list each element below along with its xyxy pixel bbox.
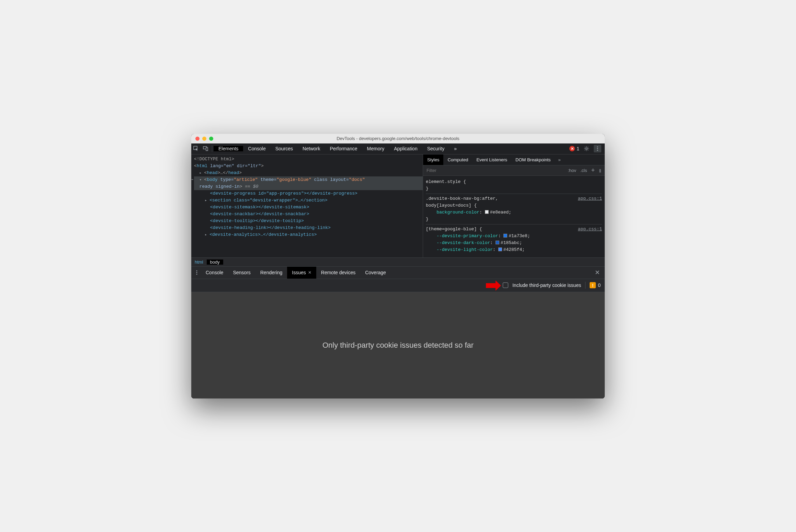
- svg-rect-2: [206, 148, 208, 151]
- tab-network[interactable]: Network: [298, 146, 325, 151]
- sidebar-tab-styles[interactable]: Styles: [423, 154, 443, 165]
- sidebar-tab-event-listeners[interactable]: Event Listeners: [472, 154, 511, 165]
- drawer-close-icon[interactable]: ✕: [590, 267, 605, 279]
- style-rule[interactable]: element.style { }: [426, 177, 602, 194]
- drawer-tab-issues[interactable]: Issues✕: [287, 267, 316, 279]
- sidebar-tab-dom-breakpoints[interactable]: DOM Breakpoints: [511, 154, 555, 165]
- tab-performance[interactable]: Performance: [325, 146, 362, 151]
- drawer-panel: Console Sensors Rendering Issues✕ Remote…: [191, 266, 605, 398]
- drawer-tab-rendering[interactable]: Rendering: [255, 267, 287, 279]
- tabs-overflow[interactable]: »: [449, 146, 462, 151]
- gutter-dots-icon: ⋯: [191, 177, 194, 182]
- selected-element-row[interactable]: <body type="article" theme="google-blue"…: [194, 176, 423, 190]
- tree-child[interactable]: <devsite-tooltip></devsite-tooltip>: [210, 218, 304, 223]
- drawer-tab-coverage[interactable]: Coverage: [360, 267, 391, 279]
- sidebar-tabbar: Styles Computed Event Listeners DOM Brea…: [423, 154, 605, 165]
- separator: [585, 282, 585, 289]
- cls-toggle[interactable]: .cls: [580, 168, 587, 173]
- window-title: DevTools - developers.google.com/web/too…: [191, 136, 605, 141]
- drawer-tab-console[interactable]: Console: [201, 267, 228, 279]
- color-swatch-icon[interactable]: [496, 241, 499, 244]
- inspect-element-icon[interactable]: [191, 146, 201, 151]
- color-swatch-icon[interactable]: [485, 210, 489, 214]
- tree-child[interactable]: <devsite-sitemask></devsite-sitemask>: [210, 205, 309, 210]
- expand-toggle-icon[interactable]: [200, 177, 204, 182]
- issues-count-badge[interactable]: ! 0: [590, 282, 601, 288]
- toggle-device-icon[interactable]: [201, 146, 211, 151]
- scrollbar-hint-icon: ▮: [599, 168, 601, 173]
- expand-toggle-icon[interactable]: [205, 198, 209, 203]
- traffic-lights: [195, 137, 213, 141]
- close-window-button[interactable]: [195, 137, 200, 141]
- tab-memory[interactable]: Memory: [362, 146, 389, 151]
- svg-point-5: [597, 148, 598, 149]
- main-panel: ⋯ <!DOCTYPE html> <html lang="en" dir="l…: [191, 154, 605, 257]
- elements-tree[interactable]: ⋯ <!DOCTYPE html> <html lang="en" dir="l…: [191, 154, 423, 257]
- tab-sources[interactable]: Sources: [271, 146, 298, 151]
- breadcrumb-item[interactable]: html: [191, 259, 207, 265]
- drawer-menu-kebab-icon[interactable]: [193, 267, 201, 279]
- titlebar: DevTools - developers.google.com/web/too…: [191, 134, 605, 143]
- styles-body[interactable]: element.style { } app.css:1 .devsite-boo…: [423, 176, 605, 256]
- color-swatch-icon[interactable]: [498, 247, 502, 251]
- new-style-rule-icon[interactable]: +: [591, 167, 595, 174]
- color-swatch-icon[interactable]: [503, 234, 507, 238]
- error-count: 1: [577, 146, 579, 151]
- tree-child[interactable]: <devsite-heading-link></devsite-heading-…: [210, 225, 331, 230]
- devtools-window: DevTools - developers.google.com/web/too…: [191, 134, 605, 398]
- tree-child[interactable]: <devsite-snackbar></devsite-snackbar>: [210, 211, 309, 217]
- svg-point-3: [586, 148, 588, 150]
- include-third-party-checkbox[interactable]: [503, 282, 508, 288]
- doctype: <!DOCTYPE html>: [194, 157, 234, 162]
- breadcrumb-item[interactable]: body: [207, 259, 223, 265]
- issues-empty-message: Only third-party cookie issues detected …: [322, 341, 474, 350]
- tab-security[interactable]: Security: [422, 146, 450, 151]
- annotation-arrow-icon: [485, 280, 502, 291]
- include-third-party-label[interactable]: Include third-party cookie issues: [512, 282, 581, 288]
- error-count-badge[interactable]: ✕ 1: [569, 146, 579, 151]
- styles-filter-row: :hov .cls + ▮: [423, 165, 605, 176]
- hov-toggle[interactable]: :hov: [568, 168, 576, 173]
- expand-toggle-icon[interactable]: [200, 170, 204, 175]
- settings-gear-icon[interactable]: [583, 145, 590, 152]
- style-rule[interactable]: app.css:1 .devsite-book-nav-bg:after, bo…: [426, 194, 602, 224]
- tab-application[interactable]: Application: [389, 146, 422, 151]
- source-link[interactable]: app.css:1: [578, 226, 602, 233]
- svg-point-8: [196, 272, 197, 273]
- svg-point-7: [196, 270, 197, 271]
- minimize-window-button[interactable]: [202, 137, 206, 141]
- styles-filter-input[interactable]: [423, 168, 564, 173]
- svg-point-9: [196, 274, 197, 275]
- sidebar-tab-computed[interactable]: Computed: [443, 154, 472, 165]
- svg-point-6: [597, 150, 598, 151]
- issues-count: 0: [598, 282, 601, 288]
- drawer-tabbar: Console Sensors Rendering Issues✕ Remote…: [191, 267, 605, 279]
- style-rule[interactable]: app.css:1 [theme=google-blue] { --devsit…: [426, 224, 602, 255]
- svg-point-4: [597, 147, 598, 148]
- error-icon: ✕: [569, 146, 575, 151]
- source-link[interactable]: app.css:1: [578, 195, 602, 202]
- tree-child[interactable]: <section class="devsite-wrapper">…</sect…: [209, 198, 327, 203]
- dom-breadcrumb: html body: [191, 257, 605, 266]
- tab-elements[interactable]: Elements: [214, 146, 243, 151]
- styles-sidebar: Styles Computed Event Listeners DOM Brea…: [423, 154, 605, 257]
- warning-icon: !: [590, 282, 596, 288]
- close-tab-icon[interactable]: ✕: [308, 270, 311, 275]
- expand-toggle-icon[interactable]: [205, 232, 209, 237]
- drawer-tab-sensors[interactable]: Sensors: [228, 267, 255, 279]
- tree-child[interactable]: <devsite-progress id="app-progress"></de…: [210, 191, 357, 196]
- drawer-tab-remote-devices[interactable]: Remote devices: [316, 267, 360, 279]
- main-tabbar: Elements Console Sources Network Perform…: [191, 143, 605, 154]
- tree-child[interactable]: <devsite-analytics>…</devsite-analytics>: [209, 232, 317, 237]
- sidebar-tabs-overflow[interactable]: »: [555, 154, 564, 165]
- tab-console[interactable]: Console: [243, 146, 270, 151]
- main-menu-kebab-icon[interactable]: [594, 145, 601, 152]
- issues-toolbar: Include third-party cookie issues ! 0: [191, 279, 605, 292]
- zoom-window-button[interactable]: [209, 137, 213, 141]
- issues-body: Only third-party cookie issues detected …: [191, 292, 605, 398]
